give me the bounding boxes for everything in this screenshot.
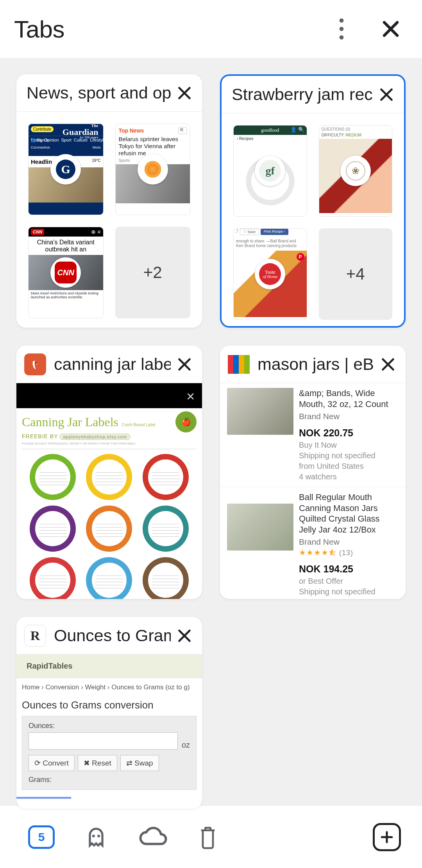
breadcrumb: Home › Conversion › Weight › Ounces to G… (16, 678, 202, 697)
trash-icon (198, 825, 218, 850)
jar-label (30, 506, 76, 552)
tab-card[interactable]: R Ounces to Grams RapidTables Home › Con… (16, 617, 202, 809)
tab-title: canning jar labels (54, 355, 171, 374)
grams-label: Grams: (29, 776, 52, 784)
tab-header: R Ounces to Grams (16, 617, 202, 655)
signin-label: 👤 Sign in (31, 138, 48, 142)
more-vert-icon (339, 18, 344, 39)
listing-item: Ball Regular Mouth Canning Mason Jars Qu… (220, 487, 406, 599)
jar-label (143, 557, 189, 599)
ebay-icon (228, 353, 250, 375)
tab-preview: RapidTables Home › Conversion › Weight ›… (16, 655, 202, 809)
close-icon (177, 628, 192, 644)
close-tabs-button[interactable] (372, 10, 409, 48)
bottom-toolbar: 5 (0, 805, 422, 868)
tabs-grid: News, sport and opinion Contribute TheGu… (0, 58, 422, 805)
tab-group-card[interactable]: News, sport and opinion Contribute TheGu… (16, 74, 202, 328)
close-tab-button[interactable] (171, 622, 198, 649)
close-tab-button[interactable] (171, 351, 198, 378)
site-icon: ❀ (340, 156, 371, 186)
page-heading: Ounces to Grams conversion (16, 697, 202, 716)
account-search-icons: 👤 🔍 (290, 127, 304, 133)
synced-tabs-button[interactable] (138, 826, 169, 848)
more-menu-button[interactable] (323, 10, 360, 48)
tab-header: canning jar labels (16, 346, 202, 383)
ounces-label: Ounces: (29, 722, 55, 730)
more-icon: ⊕ ≡ (91, 229, 100, 235)
close-all-button[interactable] (198, 825, 218, 850)
close-tab-button[interactable] (373, 81, 400, 108)
svg-point-1 (340, 27, 344, 31)
grouped-tab-thumb[interactable]: goodfood👤 🔍 › Recipes gf (233, 125, 307, 217)
duckduckgo-icon (24, 353, 46, 375)
contribute-pill: Contribute (31, 126, 54, 132)
tab-title: News, sport and opinion (24, 83, 171, 102)
brand-badge-icon: 🍎 (175, 411, 197, 432)
grouped-tab-thumb[interactable]: CNN⊕ ≡ China's Delta variant outbreak hi… (28, 227, 104, 318)
jar-label (86, 557, 132, 599)
grouped-tab-thumb[interactable]: Contribute TheGuardian for 200 years 👤 S… (28, 124, 104, 215)
svg-point-0 (340, 18, 344, 23)
close-icon (379, 87, 394, 102)
app-header: Tabs (0, 0, 422, 58)
listing-thumb (227, 388, 293, 435)
cloud-icon (138, 826, 169, 848)
incognito-button[interactable] (84, 825, 109, 850)
convert-button[interactable]: ⟳ Convert (29, 755, 75, 771)
tab-header: mason jars | eBay (220, 346, 406, 383)
tab-title: Strawberry jam recipes (229, 85, 373, 104)
plus-icon (380, 830, 393, 844)
close-ad-icon[interactable]: ✕ (186, 390, 195, 403)
cnn-icon: CNN (50, 257, 81, 288)
ad-banner: ✕ (16, 383, 202, 408)
swap-button[interactable]: ⇄ Swap (120, 755, 159, 771)
tab-header: Strawberry jam recipes (222, 76, 404, 113)
svg-point-4 (35, 362, 36, 363)
grouped-tab-thumb[interactable]: ⤴♡ SavePrint Recipe › enough to share. —… (233, 228, 307, 320)
close-tab-button[interactable] (171, 79, 198, 107)
tab-title: Ounces to Grams (54, 626, 171, 645)
close-icon (177, 357, 192, 372)
svg-point-2 (340, 35, 344, 39)
guardian-icon: G (50, 154, 81, 185)
jar-label (143, 506, 189, 552)
jar-label (86, 454, 132, 500)
tab-group-body: Contribute TheGuardian for 200 years 👤 S… (16, 112, 202, 328)
tab-card[interactable]: canning jar labels ✕ Canning Jar Labels … (16, 346, 202, 599)
site-brand: RapidTables (16, 655, 202, 678)
tab-group-card[interactable]: Strawberry jam recipes goodfood👤 🔍 › Rec… (220, 74, 406, 328)
close-icon (380, 357, 396, 372)
close-tab-button[interactable] (374, 351, 402, 378)
jar-label (30, 557, 76, 599)
ghost-icon (84, 825, 109, 850)
tab-preview: ✕ Canning Jar Labels 2 inch Round Label … (16, 383, 202, 599)
tasteofhome-icon: Tasteof Home (255, 259, 285, 289)
ounces-input[interactable] (29, 732, 178, 750)
page-title: Tabs (14, 15, 323, 43)
conversion-form: Ounces: oz ⟳ Convert ✖ Reset ⇄ Swap Gram… (22, 716, 197, 790)
jar-label (30, 454, 76, 500)
close-icon (177, 85, 192, 101)
menu-icon (178, 127, 187, 134)
listing-item: &amp; Bands, Wide Mouth, 32 oz, 12 Count… (220, 383, 406, 487)
listing-thumb (227, 504, 293, 551)
rapidtables-icon: R (24, 625, 46, 647)
svg-point-6 (97, 834, 100, 837)
progress-indicator (16, 797, 71, 799)
close-icon (381, 19, 401, 39)
more-tabs-thumb[interactable]: +2 (115, 227, 191, 318)
reset-button[interactable]: ✖ Reset (78, 755, 117, 771)
new-tab-button[interactable] (373, 823, 401, 851)
tab-card[interactable]: mason jars | eBay &amp; Bands, Wide Mout… (220, 346, 406, 599)
tab-header: News, sport and opinion (16, 74, 202, 112)
pinterest-icon: P (297, 253, 304, 261)
jar-label (86, 506, 132, 552)
tab-count-button[interactable]: 5 (28, 825, 55, 849)
tab-group-body: goodfood👤 🔍 › Recipes gf QUESTIONS (0) D… (222, 113, 404, 326)
tab-title: mason jars | eBay (257, 355, 374, 374)
grouped-tab-thumb[interactable]: QUESTIONS (0) DIFFICULTY: MEDIUM ❀ (319, 125, 393, 217)
source-icon (138, 154, 168, 185)
labels-grid (16, 452, 202, 599)
grouped-tab-thumb[interactable]: Top News Belarus sprinter leaves Tokyo f… (115, 124, 191, 215)
more-tabs-thumb[interactable]: +4 (319, 228, 393, 320)
